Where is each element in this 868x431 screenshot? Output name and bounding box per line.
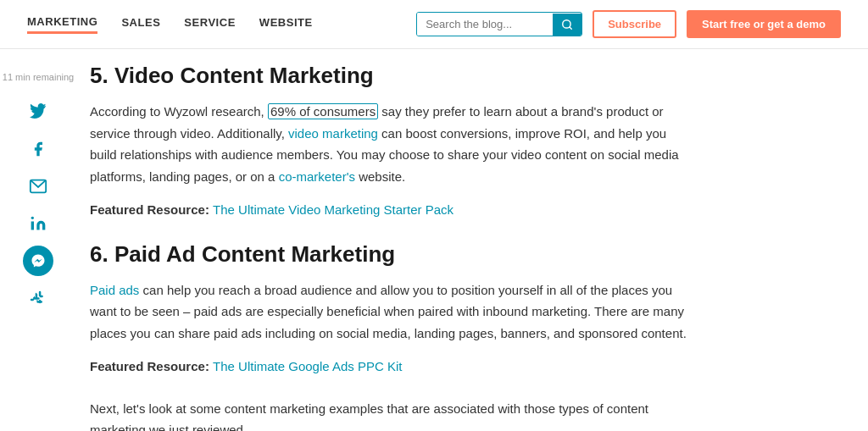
section5-text-before-highlight: According to Wyzowl research, (90, 104, 268, 119)
main-layout: 11 min remaining 5. Video Content Market… (0, 49, 868, 431)
svg-point-1 (31, 217, 34, 219)
section6-heading: 6. Paid Ad Content Marketing (90, 241, 693, 268)
time-remaining: 11 min remaining (3, 71, 74, 83)
nav-item-marketing[interactable]: MARKETING (27, 15, 97, 34)
nav-item-sales[interactable]: SALES (121, 16, 160, 32)
facebook-icon[interactable] (23, 134, 53, 164)
section6-featured-label: Featured Resource: (90, 359, 213, 373)
header: MARKETING SALES SERVICE WEBSITE Subscrib… (0, 0, 868, 49)
paid-ads-link[interactable]: Paid ads (90, 283, 139, 297)
main-nav: MARKETING SALES SERVICE WEBSITE (27, 15, 313, 34)
section6-text-after-link: can help you reach a broad audience and … (90, 283, 687, 340)
twitter-icon[interactable] (23, 97, 53, 127)
search-input[interactable] (417, 13, 553, 36)
section5-text-end: website. (355, 169, 405, 184)
header-right: Subscribe Start free or get a demo (416, 10, 841, 38)
section5-featured-link[interactable]: The Ultimate Video Marketing Starter Pac… (213, 202, 453, 217)
section6-paragraph1: Paid ads can help you reach a broad audi… (90, 279, 693, 345)
subscribe-button[interactable]: Subscribe (593, 10, 676, 38)
demo-button[interactable]: Start free or get a demo (687, 10, 841, 38)
closing-text: Next, let's look at some content marketi… (90, 398, 693, 431)
section5-featured-resource: Featured Resource: The Ultimate Video Ma… (90, 199, 693, 221)
video-marketing-link[interactable]: video marketing (288, 126, 378, 141)
section5-highlight: 69% of consumers (268, 103, 378, 119)
sidebar: 11 min remaining (0, 63, 76, 431)
section5-paragraph1: According to Wyzowl research, 69% of con… (90, 101, 693, 187)
section6-featured-resource: Featured Resource: The Ultimate Google A… (90, 356, 693, 378)
messenger-icon[interactable] (23, 246, 53, 276)
nav-item-service[interactable]: SERVICE (184, 16, 235, 32)
linkedin-icon[interactable] (23, 208, 53, 239)
section5-heading: 5. Video Content Marketing (90, 63, 693, 89)
slack-icon[interactable] (23, 283, 53, 313)
co-marketer-link[interactable]: co-marketer's (279, 169, 355, 184)
main-content: 5. Video Content Marketing According to … (76, 63, 721, 431)
section5-featured-label: Featured Resource: (90, 202, 213, 217)
section6-featured-link[interactable]: The Ultimate Google Ads PPC Kit (213, 359, 402, 373)
search-icon (561, 19, 573, 30)
search-button[interactable] (553, 14, 581, 36)
search-bar (416, 12, 582, 36)
nav-item-website[interactable]: WEBSITE (259, 16, 313, 32)
email-icon[interactable] (23, 171, 53, 202)
